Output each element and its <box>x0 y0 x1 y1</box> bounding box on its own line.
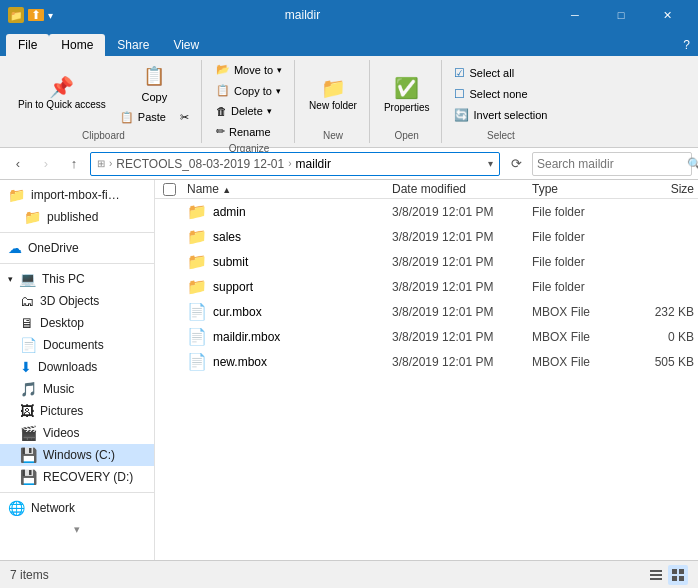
ribbon-tabs: File Home Share View ? <box>0 30 698 56</box>
clipboard-label: Clipboard <box>82 128 125 143</box>
column-name[interactable]: Name ▲ <box>183 182 388 196</box>
refresh-button[interactable]: ⟳ <box>504 152 528 176</box>
status-bar: 7 items <box>0 560 698 588</box>
file-row-support[interactable]: 📁 support 3/8/2019 12:01 PM File folder <box>155 274 698 299</box>
breadcrumb-arrow-1: › <box>109 158 112 169</box>
column-size-label: Size <box>671 182 694 196</box>
organize-group: 📂 Move to ▾ 📋 Copy to ▾ 🗑 Delete ▾ ✏ Ren… <box>204 60 295 143</box>
tab-home[interactable]: Home <box>49 34 105 56</box>
paste-button[interactable]: 📋 Paste <box>114 108 172 127</box>
address-bar[interactable]: ⊞ › RECTOOLS_08-03-2019 12-01 › maildir … <box>90 152 500 176</box>
copy-to-button[interactable]: 📋 Copy to ▾ <box>210 81 288 100</box>
address-dropdown-button[interactable]: ▾ <box>488 158 493 169</box>
invert-selection-button[interactable]: 🔄 Invert selection <box>450 106 551 124</box>
file-type-submit: File folder <box>528 253 628 271</box>
file-row-submit[interactable]: 📁 submit 3/8/2019 12:01 PM File folder <box>155 249 698 274</box>
tab-share[interactable]: Share <box>105 34 161 56</box>
file-row-new-mbox[interactable]: 📄 new.mbox 3/8/2019 12:01 PM MBOX File 5… <box>155 349 698 374</box>
column-type-label: Type <box>532 182 558 196</box>
file-date-maildir: 3/8/2019 12:01 PM <box>388 328 528 346</box>
sidebar-item-published[interactable]: 📁 published <box>0 206 154 228</box>
forward-button[interactable]: › <box>34 152 58 176</box>
file-size-new: 505 KB <box>628 353 698 371</box>
column-type[interactable]: Type <box>528 182 628 196</box>
close-button[interactable]: ✕ <box>644 0 690 30</box>
pin-icon: 📌 <box>49 77 74 97</box>
properties-button[interactable]: ✅ Properties <box>378 72 436 117</box>
column-date-label: Date modified <box>392 182 466 196</box>
sidebar-item-pictures[interactable]: 🖼 Pictures <box>0 400 154 422</box>
copy-label: Copy <box>142 91 168 103</box>
search-box: 🔍 <box>532 152 692 176</box>
sidebar-item-label-3d: 3D Objects <box>40 294 99 308</box>
tab-file[interactable]: File <box>6 34 49 56</box>
select-all-checkbox[interactable] <box>163 183 176 196</box>
sidebar-item-recovery[interactable]: 💾 RECOVERY (D:) <box>0 466 154 488</box>
copy-button[interactable]: 📋 Copy <box>114 62 195 106</box>
rename-button[interactable]: ✏ Rename <box>210 122 288 141</box>
open-label: Open <box>394 128 418 143</box>
sidebar-item-music[interactable]: 🎵 Music <box>0 378 154 400</box>
column-date[interactable]: Date modified <box>388 182 528 196</box>
back-button[interactable]: ‹ <box>6 152 30 176</box>
pin-quick-access-button[interactable]: 📌 Pin to Quick access <box>12 73 112 115</box>
file-type-new: MBOX File <box>528 353 628 371</box>
sidebar-item-onedrive[interactable]: ☁ OneDrive <box>0 237 154 259</box>
sidebar-divider-2 <box>0 263 154 264</box>
pictures-icon: 🖼 <box>20 403 34 419</box>
downloads-icon: ⬇ <box>20 359 32 375</box>
file-row-maildir-mbox[interactable]: 📄 maildir.mbox 3/8/2019 12:01 PM MBOX Fi… <box>155 324 698 349</box>
sidebar-item-this-pc[interactable]: ▾ 💻 This PC <box>0 268 154 290</box>
up-button[interactable]: ↑ <box>62 152 86 176</box>
title-controls: ─ □ ✕ <box>552 0 690 30</box>
open-group: ✅ Properties Open <box>372 60 443 143</box>
videos-icon: 🎬 <box>20 425 37 441</box>
large-icons-view-button[interactable] <box>668 565 688 585</box>
file-row-sales[interactable]: 📁 sales 3/8/2019 12:01 PM File folder <box>155 224 698 249</box>
cut-button[interactable]: ✂ <box>174 108 195 127</box>
move-to-label: Move to <box>234 64 273 76</box>
file-label-cur: cur.mbox <box>213 305 262 319</box>
music-icon: 🎵 <box>20 381 37 397</box>
copy-icon: 📋 <box>143 65 165 87</box>
maximize-button[interactable]: □ <box>598 0 644 30</box>
sidebar-item-windows-c[interactable]: 💾 Windows (C:) <box>0 444 154 466</box>
sidebar-item-3d-objects[interactable]: 🗂 3D Objects <box>0 290 154 312</box>
file-row-cur-mbox[interactable]: 📄 cur.mbox 3/8/2019 12:01 PM MBOX File 2… <box>155 299 698 324</box>
sidebar-item-documents[interactable]: 📄 Documents <box>0 334 154 356</box>
move-dropdown-icon: ▾ <box>277 65 282 75</box>
move-to-button[interactable]: 📂 Move to ▾ <box>210 60 288 79</box>
file-label-maildir: maildir.mbox <box>213 330 280 344</box>
select-none-button[interactable]: ☐ Select none <box>450 85 551 103</box>
minimize-button[interactable]: ─ <box>552 0 598 30</box>
file-size-sales <box>628 235 698 239</box>
sidebar-item-downloads[interactable]: ⬇ Downloads <box>0 356 154 378</box>
new-folder-button[interactable]: 📁 New folder <box>303 74 363 115</box>
quick-access-icon[interactable]: ⬆ <box>28 9 44 21</box>
ribbon: 📌 Pin to Quick access 📋 Copy 📋 Paste ✂ <box>0 56 698 148</box>
svg-rect-1 <box>650 574 662 576</box>
this-pc-expand-icon: ▾ <box>8 274 13 284</box>
sidebar-item-desktop[interactable]: 🖥 Desktop <box>0 312 154 334</box>
file-size-submit <box>628 260 698 264</box>
sidebar-item-network[interactable]: 🌐 Network <box>0 497 154 519</box>
delete-button[interactable]: 🗑 Delete ▾ <box>210 102 288 120</box>
sidebar-item-label-published: published <box>47 210 98 224</box>
sidebar-item-videos[interactable]: 🎬 Videos <box>0 422 154 444</box>
breadcrumb-text: RECTOOLS_08-03-2019 12-01 <box>116 157 284 171</box>
current-folder: maildir <box>296 157 331 171</box>
sidebar-item-label-windows-c: Windows (C:) <box>43 448 115 462</box>
svg-rect-4 <box>679 569 684 574</box>
tab-view[interactable]: View <box>161 34 211 56</box>
help-button[interactable]: ? <box>675 34 698 56</box>
sidebar-item-import-mbox[interactable]: 📁 import-mbox-fi… <box>0 184 154 206</box>
sidebar-item-label-music: Music <box>43 382 74 396</box>
mbox-icon-new: 📄 <box>187 352 207 371</box>
column-size[interactable]: Size <box>628 182 698 196</box>
search-icon[interactable]: 🔍 <box>687 157 698 171</box>
details-view-button[interactable] <box>646 565 666 585</box>
file-row-admin[interactable]: 📁 admin 3/8/2019 12:01 PM File folder <box>155 199 698 224</box>
select-all-button[interactable]: ☑ Select all <box>450 64 551 82</box>
search-input[interactable] <box>537 157 687 171</box>
sidebar-item-label-pictures: Pictures <box>40 404 83 418</box>
